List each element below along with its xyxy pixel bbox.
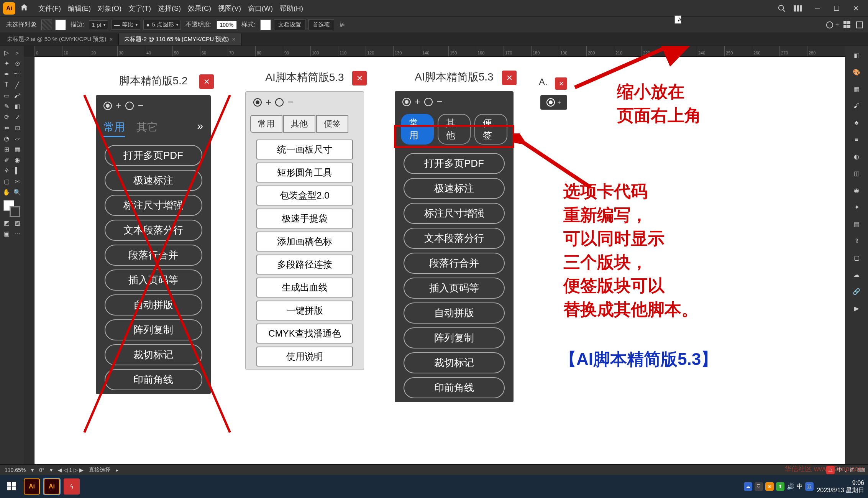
menu-select[interactable]: 选择(S) [158,4,181,13]
zoom-tool[interactable]: 🔍 [12,187,22,197]
script-button[interactable]: 段落行合并 [404,253,505,274]
line-tool[interactable]: ╱ [12,80,22,90]
menu-file[interactable]: 文件(F) [38,4,61,13]
script-button[interactable]: 自动拼版 [105,294,202,316]
layers-panel-icon[interactable]: ▤ [850,217,863,231]
tab-common[interactable]: 常用 [103,120,125,137]
menu-edit[interactable]: 编辑(E) [68,4,91,13]
script-button[interactable]: 生成出血线 [256,278,353,297]
symbol-sprayer-tool[interactable]: ⚘ [2,166,11,176]
close-button[interactable]: ✕ [847,2,865,15]
radio-expand[interactable] [253,98,262,107]
shaper-tool[interactable]: ✎ [2,101,11,111]
canvas[interactable]: 脚本精简版5.2 ✕ + − 常用 其它 » 打开多页PDF 极速标注 标注尺寸… [34,57,845,475]
tray-icon[interactable]: ☁ [744,482,752,491]
symbols-panel-icon[interactable]: ♣ [850,116,863,130]
script-button[interactable]: 印前角线 [105,369,202,390]
blend-tool[interactable]: ◉ [12,155,22,165]
tab-other[interactable]: 其它 [136,120,158,137]
radio-collapse[interactable] [424,98,433,106]
script-button[interactable]: 阵列复制 [404,327,505,348]
prefs-button[interactable]: 首选项 [308,19,334,30]
tray-volume-icon[interactable]: 🔊 [787,483,794,490]
doc-setup-button[interactable]: 文档设置 [274,19,305,30]
script-button[interactable]: CMYK查找潘通色 [256,324,353,344]
script-button[interactable]: 包装盒型2.0 [256,186,353,205]
direct-selection-tool[interactable]: ▹ [12,48,22,58]
gradient-tool[interactable]: ▦ [12,144,22,154]
tray-icon[interactable]: ⛉ [755,482,763,491]
pin-icon[interactable]: ⊭ [340,21,345,28]
stroke-panel-icon[interactable]: ≡ [850,133,863,146]
script-button[interactable]: 裁切标记 [105,344,202,365]
doc-tab-1[interactable]: 未标题-2.ai @ 50 % (CMYK/CPU 预览) ✕ [2,33,119,45]
eraser-tool[interactable]: ◧ [12,101,22,111]
taskbar-app-ai[interactable]: Ai [24,478,40,495]
tray-icon[interactable]: ⬆ [776,482,784,491]
hand-tool[interactable]: ✋ [2,187,11,197]
color-panel-icon[interactable]: 🎨 [850,65,863,79]
shape-builder-tool[interactable]: ◔ [2,133,11,143]
script-button[interactable]: 打开多页PDF [105,145,202,166]
uniform-dropdown[interactable]: —等比▾ [111,20,140,30]
script-button[interactable]: 添加画稿色标 [256,232,353,251]
radio-expand[interactable] [402,98,411,106]
screen-mode[interactable]: ▣ [2,228,11,238]
zoom-value[interactable]: 110.65% [5,467,26,473]
scale-tool[interactable]: ⤢ [12,112,22,122]
edit-toolbar[interactable]: ⋯ [12,228,22,238]
script-button[interactable]: 标注尺寸增强 [404,203,505,224]
taskbar-app-ai-active[interactable]: Ai [44,478,60,495]
stroke-square[interactable] [10,206,20,217]
rectangle-tool[interactable]: ▭ [2,90,11,100]
script-button[interactable]: 多段路径连接 [256,255,353,274]
pen-tool[interactable]: ✒ [2,69,11,79]
fill-swatch[interactable] [41,20,52,30]
selection-tool[interactable]: ▷ [2,48,11,58]
graphic-styles-panel-icon[interactable]: ✦ [850,200,863,214]
close-icon[interactable]: ✕ [109,37,113,42]
eyedropper-tool[interactable]: ✐ [2,155,11,165]
paintbrush-tool[interactable]: 🖌 [12,90,22,100]
artboards-panel-icon[interactable]: ▢ [850,251,863,265]
swatches-panel-icon[interactable]: ▦ [850,82,863,96]
ime-lang[interactable]: 中 [797,483,803,491]
curvature-tool[interactable]: 〰 [12,69,22,79]
new-artboard-button[interactable]: + [825,21,839,29]
asset-export-panel-icon[interactable]: ⇪ [850,234,863,248]
minimize-button[interactable]: ─ [808,2,827,15]
stroke-width-dropdown[interactable]: 1 pt▾ [89,20,108,29]
stroke-swatch[interactable] [55,20,66,30]
taskbar-clock[interactable]: 9:06 2023/8/13 星期日 [817,479,864,494]
menu-type[interactable]: 文字(T) [128,4,151,13]
radio-collapse[interactable] [125,102,134,110]
menu-help[interactable]: 帮助(H) [280,4,303,13]
script-button[interactable]: 文本段落分行 [404,228,505,249]
transparency-panel-icon[interactable]: ◫ [850,166,863,180]
close-icon[interactable]: ✕ [232,37,236,42]
menu-effect[interactable]: 效果(C) [188,4,211,13]
gradient-mode[interactable]: ▨ [12,218,22,228]
actions-panel-icon[interactable]: ▶ [850,301,863,315]
close-button[interactable]: ✕ [502,71,517,85]
magic-wand-tool[interactable]: ✦ [2,58,11,68]
script-button[interactable]: 矩形圆角工具 [256,163,353,182]
style-swatch[interactable] [260,20,271,30]
menu-object[interactable]: 对象(O) [98,4,121,13]
doc-tab-2[interactable]: 未标题-2 @ 110.65 % (CMYK/CPU 预览) ✕ [119,33,241,45]
panel-toggle-icon[interactable] [856,21,863,29]
tab-common[interactable]: 常用 [250,115,282,133]
script-button[interactable]: 裁切标记 [404,352,505,373]
rotate-tool[interactable]: ⟳ [2,112,11,122]
script-button[interactable]: 打开多页PDF [404,153,505,174]
script-button[interactable]: 阵列复制 [105,319,202,340]
script-button[interactable]: 自动拼版 [404,302,505,324]
tab-notes[interactable]: 便签 [316,115,348,133]
script-button[interactable]: 统一画板尺寸 [256,140,353,159]
brushes-panel-icon[interactable]: 🖌 [850,99,863,113]
script-button[interactable]: 印前角线 [404,377,505,398]
width-tool[interactable]: ⇔ [2,123,11,133]
mesh-tool[interactable]: ⊞ [2,144,11,154]
type-tool[interactable]: T [2,80,11,90]
close-button[interactable]: ✕ [352,71,367,85]
